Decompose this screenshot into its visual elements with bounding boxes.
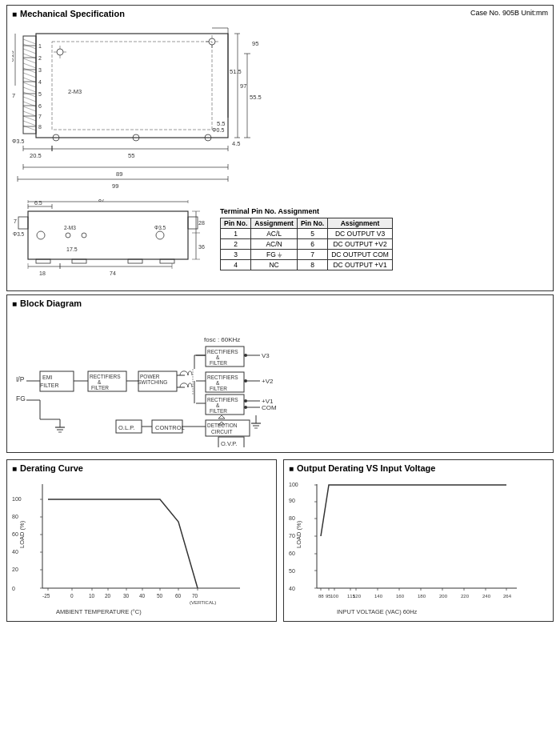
svg-text:89: 89: [116, 170, 122, 178]
svg-text:60: 60: [12, 531, 18, 537]
block-diagram-svg: I/P FG EMI FILTER REC: [12, 311, 276, 447]
th-pin-no1: Pin No.: [221, 218, 251, 229]
svg-text:40: 40: [289, 586, 295, 591]
svg-line-26: [23, 111, 36, 116]
table-cell: DC OUTPUT +V1: [328, 260, 393, 270]
derating-chart-svg: 0 20 40 60 80 100 LOAD (%) -25: [12, 476, 252, 616]
svg-text:LOAD (%): LOAD (%): [18, 520, 26, 548]
svg-text:0: 0: [70, 593, 74, 599]
svg-text:&: &: [216, 380, 220, 386]
svg-text:100: 100: [289, 482, 298, 487]
terminal-table: Pin No. Assignment Pin No. Assignment 1A…: [220, 218, 393, 270]
svg-text:264: 264: [503, 594, 512, 599]
svg-text:Φ3.5: Φ3.5: [13, 231, 25, 237]
block-diagram-title: Block Diagram: [12, 298, 548, 308]
block-diagram-section: Block Diagram I/P FG EMI FILTER: [6, 294, 554, 453]
table-cell: 2: [221, 239, 251, 250]
svg-text:8: 8: [38, 124, 42, 130]
case-info: Case No. 905B Unit:mm: [470, 9, 548, 17]
derating-curve-section: Derating Curve 0 20 40 60 80 100: [6, 459, 277, 622]
svg-text:160: 160: [396, 594, 405, 599]
svg-text:O.V.P.: O.V.P.: [221, 440, 237, 447]
svg-text:Φ0.5: Φ0.5: [212, 127, 224, 133]
svg-text:51.5: 51.5: [230, 68, 242, 75]
svg-line-27: [23, 116, 36, 121]
table-row: 2AC/N6DC OUTPUT +V2: [221, 239, 393, 250]
svg-text:FILTER: FILTER: [210, 386, 227, 391]
svg-text:140: 140: [374, 594, 383, 599]
table-cell: DC OUTPUT V3: [328, 229, 393, 239]
table-cell: AC/L: [251, 229, 298, 239]
svg-text:EMI: EMI: [42, 375, 53, 380]
svg-text:100: 100: [330, 594, 339, 599]
svg-text:95: 95: [252, 40, 258, 47]
svg-text:CIRCUIT: CIRCUIT: [211, 429, 232, 435]
table-row: 4NC8DC OUTPUT +V1: [221, 260, 393, 270]
svg-line-16: [23, 63, 36, 68]
svg-text:Φ3.5: Φ3.5: [12, 138, 24, 144]
svg-text:55: 55: [128, 152, 134, 159]
svg-text:&: &: [98, 379, 102, 385]
svg-line-21: [23, 87, 36, 92]
table-cell: NC: [251, 260, 298, 270]
table-cell: 1: [221, 229, 251, 239]
svg-point-93: [82, 233, 86, 238]
svg-text:&: &: [216, 354, 220, 360]
svg-text:90: 90: [289, 498, 295, 503]
svg-text:2: 2: [38, 55, 42, 61]
svg-text:0: 0: [12, 586, 15, 591]
svg-text:55.5: 55.5: [250, 94, 262, 101]
svg-rect-124: [128, 259, 142, 263]
svg-text:30: 30: [123, 593, 130, 599]
svg-text:6: 6: [38, 103, 42, 109]
svg-text:8.25: 8.25: [12, 50, 14, 62]
svg-text:80: 80: [289, 515, 295, 521]
fg-label: FG: [16, 395, 26, 403]
svg-rect-123: [72, 259, 86, 263]
svg-rect-125: [160, 259, 174, 263]
svg-text:FILTER: FILTER: [210, 360, 227, 366]
svg-line-23: [23, 97, 36, 102]
svg-text:36: 36: [198, 244, 205, 250]
svg-point-164: [244, 379, 247, 383]
svg-text:1: 1: [38, 43, 42, 49]
svg-text:FILTER: FILTER: [91, 385, 109, 391]
svg-text:40: 40: [12, 549, 18, 555]
svg-text:INPUT VOLTAGE (VAC) 60Hz: INPUT VOLTAGE (VAC) 60Hz: [337, 608, 418, 615]
svg-text:5: 5: [38, 91, 42, 97]
table-cell: 5: [297, 229, 327, 239]
svg-text:RECTIFIERS: RECTIFIERS: [207, 375, 238, 380]
svg-text:70: 70: [289, 533, 295, 539]
output-derating-chart-svg: 40 50 60 70 80 90 100 LOAD (%): [289, 476, 529, 616]
terminal-table-title: Terminal Pin No. Assignment: [220, 207, 393, 215]
svg-text:LOAD (%): LOAD (%): [295, 520, 302, 548]
svg-text:fosc : 60KHz: fosc : 60KHz: [204, 336, 240, 343]
svg-rect-1: [52, 42, 212, 130]
derating-curve-title: Derating Curve: [12, 463, 271, 473]
svg-line-15: [23, 58, 36, 63]
bottom-charts-row: Derating Curve 0 20 40 60 80 100: [6, 459, 554, 622]
table-cell: 3: [221, 250, 251, 260]
svg-line-20: [23, 82, 36, 87]
th-pin-no2: Pin No.: [297, 218, 327, 229]
svg-text:2-M3: 2-M3: [64, 225, 76, 230]
svg-point-156: [244, 354, 247, 357]
table-cell: 7: [297, 250, 327, 260]
svg-line-25: [23, 106, 36, 111]
svg-point-38: [57, 49, 63, 55]
svg-text:120: 120: [353, 594, 362, 599]
svg-text:4: 4: [38, 79, 42, 85]
svg-point-172: [244, 399, 247, 403]
terminal-pin-table: Terminal Pin No. Assignment Pin No. Assi…: [220, 207, 393, 270]
svg-text:17.5: 17.5: [66, 246, 78, 252]
table-cell: 4: [221, 260, 251, 270]
output-derating-section: Output Derating VS Input Voltage 40 50 6…: [283, 459, 554, 622]
svg-text:220: 220: [461, 594, 470, 599]
svg-text:80: 80: [12, 514, 18, 519]
svg-text:DETECTION: DETECTION: [207, 423, 238, 428]
table-cell: DC OUTPUT COM: [328, 250, 393, 260]
svg-text:88: 88: [318, 594, 324, 599]
svg-text:4.5: 4.5: [232, 140, 240, 147]
svg-text:70: 70: [192, 593, 198, 599]
th-assignment2: Assignment: [328, 218, 393, 229]
